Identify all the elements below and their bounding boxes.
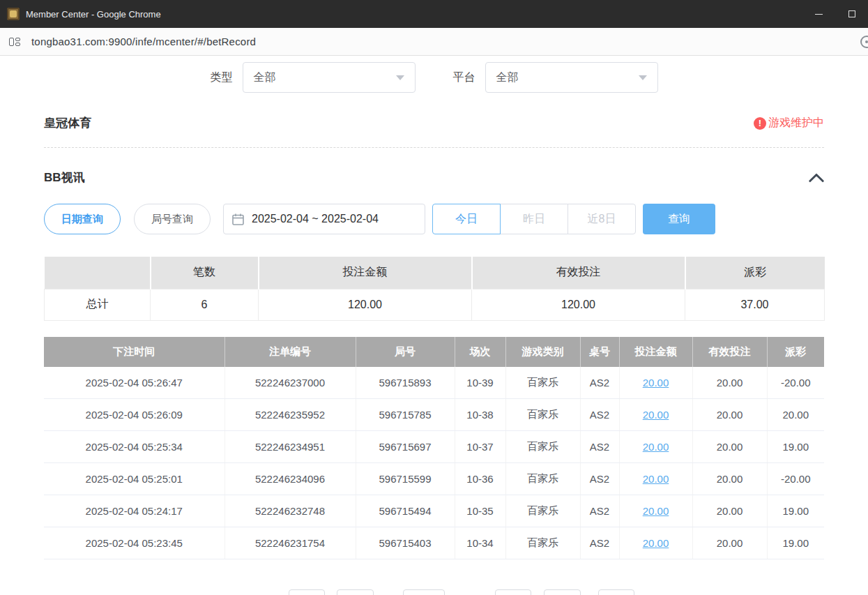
summary-header-payout: 派彩 [685, 257, 825, 289]
payout-cell: -20.00 [767, 367, 824, 399]
col-header-bet-time: 下注时间 [44, 337, 224, 367]
maximize-button[interactable] [835, 0, 868, 28]
browser-settings-icon[interactable] [860, 36, 868, 48]
bet-record-page: 类型 全部 平台 全部 皇冠体育 ! 游戏维护中 BB视讯 日期 [0, 56, 868, 559]
window-controls [802, 0, 868, 28]
crown-sports-title: 皇冠体育 [44, 115, 91, 131]
payout-cell: 20.00 [767, 399, 824, 431]
platform-filter-label: 平台 [453, 70, 475, 85]
bet-id-cell: 522246234951 [224, 431, 356, 463]
summary-header-valid-bet: 有效投注 [472, 257, 685, 289]
search-button[interactable]: 查询 [643, 204, 715, 234]
quick-date-group: 今日 昨日 近8日 [432, 204, 636, 234]
round-no-cell: 596715494 [356, 495, 455, 527]
bb-video-section-header: BB视讯 [44, 170, 824, 186]
valid-bet-cell: 20.00 [692, 431, 767, 463]
bet-amount-link[interactable]: 20.00 [643, 505, 669, 517]
minimize-icon [815, 14, 823, 15]
bet-time-cell: 2025-02-04 05:23:45 [44, 527, 224, 559]
calendar-icon [232, 213, 244, 225]
col-header-bet-id: 注单编号 [224, 337, 356, 367]
game-type-cell: 百家乐 [505, 463, 580, 495]
yesterday-button[interactable]: 昨日 [500, 204, 568, 234]
window-title: Member Center - Google Chrome [26, 9, 161, 20]
round-query-tab[interactable]: 局号查询 [134, 204, 211, 234]
crown-sports-section: 皇冠体育 ! 游戏维护中 [44, 115, 824, 131]
type-select[interactable]: 全部 [243, 62, 416, 93]
table-no-cell: AS2 [580, 527, 619, 559]
bet-amount-link[interactable]: 20.00 [643, 441, 669, 453]
col-header-table-no: 桌号 [580, 337, 619, 367]
chevron-up-icon[interactable] [809, 173, 824, 183]
platform-select-value: 全部 [496, 70, 519, 85]
round-no-cell: 596715697 [356, 431, 455, 463]
pagination-button[interactable] [495, 589, 531, 595]
col-header-valid-bet: 有效投注 [692, 337, 767, 367]
type-select-value: 全部 [254, 70, 276, 85]
valid-bet-cell: 20.00 [692, 527, 767, 559]
last-8-days-button[interactable]: 近8日 [568, 204, 636, 234]
col-header-round-no: 局号 [356, 337, 455, 367]
bet-amount-cell: 20.00 [619, 527, 692, 559]
platform-select[interactable]: 全部 [485, 62, 658, 93]
pagination-page-size-select[interactable] [403, 589, 445, 595]
summary-table: 笔数 投注金额 有效投注 派彩 总计 6 120.00 120.00 37.00 [44, 257, 825, 321]
summary-header-row: 笔数 投注金额 有效投注 派彩 [45, 257, 825, 289]
table-row: 2025-02-04 05:25:34522246234951596715697… [44, 431, 824, 463]
bet-amount-cell: 20.00 [619, 495, 692, 527]
bet-time-cell: 2025-02-04 05:25:34 [44, 431, 224, 463]
valid-bet-cell: 20.00 [692, 463, 767, 495]
maintenance-notice: ! 游戏维护中 [754, 116, 824, 130]
round-no-cell: 596715893 [356, 367, 455, 399]
table-no-cell: AS2 [580, 367, 619, 399]
game-type-cell: 百家乐 [505, 431, 580, 463]
summary-total-label: 总计 [45, 289, 151, 320]
session-cell: 10-39 [455, 367, 505, 399]
section-divider [44, 147, 824, 148]
date-query-tab[interactable]: 日期查询 [44, 204, 121, 234]
bet-amount-link[interactable]: 20.00 [643, 409, 669, 421]
summary-total-bet-amount: 120.00 [259, 289, 472, 320]
maximize-icon [848, 10, 855, 17]
round-no-cell: 596715599 [356, 463, 455, 495]
payout-cell: 19.00 [767, 527, 824, 559]
session-cell: 10-35 [455, 495, 505, 527]
chevron-down-icon [639, 75, 647, 80]
bet-amount-link[interactable]: 20.00 [643, 473, 669, 485]
valid-bet-cell: 20.00 [692, 367, 767, 399]
tab-groups-icon[interactable] [8, 36, 21, 48]
table-no-cell: AS2 [580, 431, 619, 463]
today-button[interactable]: 今日 [432, 204, 501, 234]
bet-table-header-row: 下注时间注单编号局号场次游戏类别桌号投注金额有效投注派彩 [44, 337, 824, 367]
bet-time-cell: 2025-02-04 05:26:09 [44, 399, 224, 431]
payout-cell: 19.00 [767, 431, 824, 463]
bet-amount-link[interactable]: 20.00 [643, 377, 669, 389]
summary-total-payout: 37.00 [685, 289, 825, 320]
col-header-game-type: 游戏类别 [505, 337, 580, 367]
pagination-button[interactable] [544, 589, 581, 595]
url-text[interactable]: tongbao31.com:9900/infe/mcenter/#/betRec… [31, 36, 256, 47]
bet-amount-link[interactable]: 20.00 [643, 537, 669, 549]
bet-amount-cell: 20.00 [619, 399, 692, 431]
date-range-picker[interactable]: 2025-02-04 ~ 2025-02-04 [223, 204, 425, 234]
session-cell: 10-38 [455, 399, 505, 431]
address-bar[interactable]: tongbao31.com:9900/infe/mcenter/#/betRec… [0, 28, 868, 56]
bet-amount-cell: 20.00 [619, 431, 692, 463]
table-row: 2025-02-04 05:25:01522246234096596715599… [44, 463, 824, 495]
pagination-button[interactable] [598, 589, 634, 595]
round-no-cell: 596715403 [356, 527, 455, 559]
bet-amount-cell: 20.00 [619, 367, 692, 399]
bet-id-cell: 522246232748 [224, 495, 356, 527]
payout-cell: 19.00 [767, 495, 824, 527]
summary-header-bet-amount: 投注金额 [259, 257, 472, 289]
bet-time-cell: 2025-02-04 05:25:01 [44, 463, 224, 495]
table-no-cell: AS2 [580, 399, 619, 431]
game-type-cell: 百家乐 [505, 367, 580, 399]
chevron-down-icon [396, 75, 404, 80]
col-header-payout: 派彩 [767, 337, 824, 367]
minimize-button[interactable] [802, 0, 835, 28]
pagination-button[interactable] [337, 589, 374, 595]
table-no-cell: AS2 [580, 463, 619, 495]
bet-id-cell: 522246234096 [224, 463, 356, 495]
pagination-button[interactable] [289, 589, 325, 595]
